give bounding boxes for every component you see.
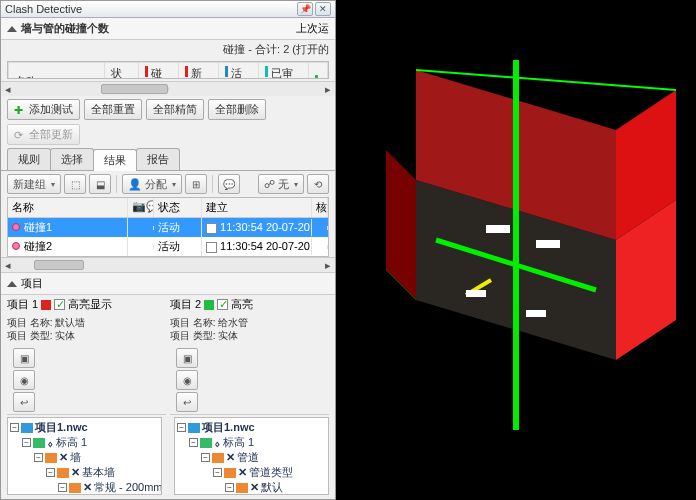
col-clash[interactable]: 碰撞 <box>139 63 179 80</box>
result-name: 碰撞1 <box>24 221 52 233</box>
focus-button[interactable]: ◉ <box>13 370 35 390</box>
window-title: Clash Detective <box>5 3 82 15</box>
comment-button[interactable]: 💬 <box>218 174 240 194</box>
status-dot-icon <box>12 242 20 250</box>
collapse-icon[interactable]: − <box>213 468 222 477</box>
close-button[interactable]: ✕ <box>315 2 331 16</box>
tree-node[interactable]: 管道类型 <box>249 465 293 480</box>
col-extra[interactable] <box>308 63 327 80</box>
explode-button[interactable]: ⊞ <box>185 174 207 194</box>
delete-all-button[interactable]: 全部删除 <box>208 99 266 120</box>
tab-report[interactable]: 报告 <box>136 148 180 170</box>
tree-2[interactable]: −项目1.nwc −⬨ 标高 1 −✕管道 −✕管道类型 −✕默认 −管道类型 … <box>174 417 329 495</box>
category-icon <box>212 453 224 463</box>
proj2-label: 项目 2 <box>170 297 201 312</box>
result-row[interactable]: 碰撞1 活动 11:30:54 20-07-2015 <box>8 218 328 237</box>
col-approver[interactable]: 核准者 <box>312 198 328 217</box>
back-button[interactable]: ↩ <box>176 392 198 412</box>
result-status: 活动 <box>154 218 202 237</box>
collapse-icon[interactable] <box>7 26 17 32</box>
collapse-icon[interactable]: − <box>201 453 210 462</box>
fixture <box>466 290 486 297</box>
collapse-icon[interactable]: − <box>189 438 198 447</box>
pin-button[interactable]: 📌 <box>297 2 313 16</box>
col-reviewed[interactable]: 已审阅 <box>258 63 308 80</box>
results-list: 名称 📷💬 状态 建立 核准者 碰撞1 活动 11:30:54 20-07-20… <box>7 197 329 257</box>
scroll-thumb[interactable] <box>34 260 84 270</box>
tab-results[interactable]: 结果 <box>93 149 137 171</box>
tree-node[interactable]: 基本墙 <box>82 465 115 480</box>
fixture <box>526 310 546 317</box>
3d-viewport[interactable] <box>336 0 696 500</box>
rerun-button[interactable]: ⟲ <box>307 174 329 194</box>
collapse-icon[interactable]: − <box>177 423 186 432</box>
col-date[interactable]: 建立 <box>202 198 312 217</box>
red-swatch-icon <box>41 300 51 310</box>
level-icon <box>200 438 212 448</box>
trees-row: −项目1.nwc −⬨ 标高 1 −✕墙 −✕基本墙 −✕常规 - 200mm … <box>1 417 335 499</box>
col-name[interactable]: 名称 <box>8 198 128 217</box>
new-group-button[interactable]: 新建组 <box>7 174 61 194</box>
tab-select[interactable]: 选择 <box>50 148 94 170</box>
items-header[interactable]: 项目 <box>1 272 335 295</box>
tree-node[interactable]: 默认 <box>261 480 283 495</box>
results-toolbar: 新建组 ⬚ ⬓ 👤分配 ⊞ 💬 ☍无 ⟲ <box>1 171 335 197</box>
compact-all-button[interactable]: 全部精简 <box>146 99 204 120</box>
highlight-checkbox[interactable]: ✓ <box>54 299 65 310</box>
checkbox[interactable] <box>206 223 217 234</box>
group-button[interactable]: ⬚ <box>64 174 86 194</box>
tree-node[interactable]: 标高 1 <box>56 435 87 450</box>
tree-node[interactable]: 项目1.nwc <box>202 420 255 435</box>
tree-node[interactable]: 管道 <box>237 450 259 465</box>
result-date: 11:30:54 20-07-2015 <box>220 221 312 233</box>
left-wall <box>386 150 416 300</box>
scroll-left-icon[interactable]: ◂ <box>1 258 15 272</box>
collapse-icon[interactable]: − <box>22 438 31 447</box>
ungroup-button[interactable]: ⬓ <box>89 174 111 194</box>
level-icon <box>33 438 45 448</box>
collapse-icon[interactable]: − <box>34 453 43 462</box>
tests-header[interactable]: 墙与管的碰撞个数 上次运 <box>1 18 335 40</box>
scroll-left-icon[interactable]: ◂ <box>1 82 15 96</box>
tree-node[interactable]: 项目1.nwc <box>35 420 88 435</box>
collapse-icon[interactable] <box>7 281 17 287</box>
highlight-checkbox[interactable]: ✓ <box>217 299 228 310</box>
col-active[interactable]: 活动 <box>218 63 258 80</box>
reset-all-button[interactable]: 全部重置 <box>84 99 142 120</box>
collapse-icon[interactable]: − <box>225 483 234 492</box>
update-all-button[interactable]: ⟳全部更新 <box>7 124 80 145</box>
tree-node[interactable]: 墙 <box>70 450 81 465</box>
col-name[interactable]: 名称 <box>9 63 105 80</box>
h-scrollbar[interactable]: ◂ m ▸ <box>1 81 335 96</box>
tree-node[interactable]: 标高 1 <box>223 435 254 450</box>
col-status[interactable]: 状态 <box>154 198 202 217</box>
scroll-thumb[interactable] <box>101 84 168 94</box>
tab-rules[interactable]: 规则 <box>7 148 51 170</box>
assign-button[interactable]: 👤分配 <box>122 174 182 194</box>
tree-node[interactable]: 常规 - 200mm <box>94 480 162 495</box>
checkbox[interactable] <box>206 242 217 253</box>
proj2-meta1: 项目 名称: 给水管 <box>170 316 329 329</box>
tree-1[interactable]: −项目1.nwc −⬨ 标高 1 −✕墙 −✕基本墙 −✕常规 - 200mm … <box>7 417 162 495</box>
col-icons[interactable]: 📷💬 <box>128 198 154 217</box>
result-row[interactable]: 碰撞2 活动 11:30:54 20-07-2015 <box>8 237 328 256</box>
col-new[interactable]: 新建 <box>179 63 219 80</box>
back-button[interactable]: ↩ <box>13 392 35 412</box>
tick-blue-icon <box>225 66 228 77</box>
col-status[interactable]: 状态 <box>104 63 138 80</box>
proj1-meta1: 项目 名称: 默认墙 <box>7 316 166 329</box>
collapse-icon[interactable]: − <box>58 483 67 492</box>
select-button[interactable]: ▣ <box>176 348 198 368</box>
collapse-icon[interactable]: − <box>10 423 19 432</box>
collapse-icon[interactable]: − <box>46 468 55 477</box>
refresh-icon: ⟳ <box>14 129 26 141</box>
add-test-button[interactable]: ✚添加测试 <box>7 99 80 120</box>
select-button[interactable]: ▣ <box>13 348 35 368</box>
filter-none-button[interactable]: ☍无 <box>258 174 304 194</box>
proj1-label: 项目 1 <box>7 297 38 312</box>
scroll-right-icon[interactable]: ▸ <box>321 258 335 272</box>
summary-text: 碰撞 - 合计: 2 (打开的 <box>223 42 329 57</box>
h-scrollbar-2[interactable]: ◂ m ▸ <box>1 257 335 272</box>
scroll-right-icon[interactable]: ▸ <box>321 82 335 96</box>
focus-button[interactable]: ◉ <box>176 370 198 390</box>
